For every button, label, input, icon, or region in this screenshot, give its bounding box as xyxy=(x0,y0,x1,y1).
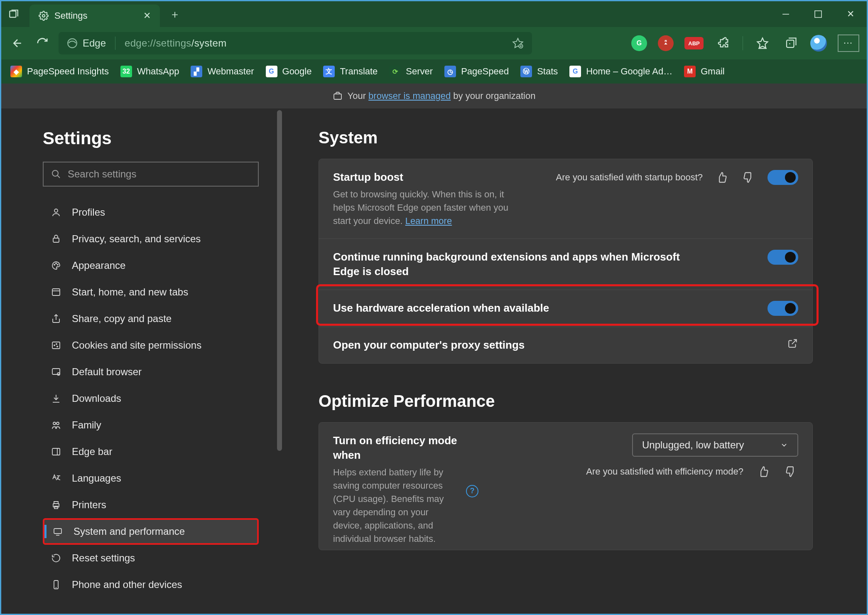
close-window-button[interactable]: ✕ xyxy=(834,1,867,27)
sidebar-heading: Settings xyxy=(43,128,264,148)
browser-tab-settings[interactable]: Settings ✕ xyxy=(29,5,160,27)
thumbs-up-button[interactable] xyxy=(714,170,729,185)
extension-area: G ABP ··· xyxy=(631,34,859,52)
tab-label: Settings xyxy=(54,10,88,21)
performance-card: Turn on efficiency mode when Helps exten… xyxy=(319,422,813,550)
extension-grammarly-icon[interactable]: G xyxy=(631,35,647,51)
extension-ublock-icon[interactable] xyxy=(658,35,674,51)
sidebar-scrollbar[interactable] xyxy=(277,108,282,615)
svg-rect-15 xyxy=(52,289,60,295)
setting-title: Open your computer's proxy settings xyxy=(333,338,699,352)
svg-point-13 xyxy=(56,263,56,264)
system-icon xyxy=(52,526,64,536)
bookmark-webmaster[interactable]: ▞Webmaster xyxy=(191,66,254,77)
setting-efficiency-mode: Turn on efficiency mode when Helps exten… xyxy=(319,423,812,550)
minimize-button[interactable]: ─ xyxy=(770,1,802,27)
sidebar-item-edge-bar[interactable]: Edge bar xyxy=(43,438,259,465)
bookmark-icon: ◷ xyxy=(444,66,456,77)
toolbar: Edge edge://settings/system G ABP ··· xyxy=(1,27,867,59)
efficiency-mode-dropdown[interactable]: Unplugged, low battery xyxy=(632,433,798,457)
svg-point-10 xyxy=(54,209,58,212)
search-settings-input[interactable]: Search settings xyxy=(43,162,259,187)
bookmarks-bar: ◆PageSpeed Insights 32WhatsApp ▞Webmaste… xyxy=(1,59,867,84)
section-heading-system: System xyxy=(319,128,829,147)
setting-proxy[interactable]: Open your computer's proxy settings xyxy=(319,327,812,363)
separator xyxy=(115,37,115,50)
bookmark-icon: 文 xyxy=(323,66,335,77)
sidebar-item-downloads[interactable]: Downloads xyxy=(43,385,259,412)
section-heading-performance: Optimize Performance xyxy=(319,392,829,411)
sidebar-item-start[interactable]: Start, home, and new tabs xyxy=(43,279,259,305)
printer-icon xyxy=(50,500,62,510)
managed-link[interactable]: browser is managed xyxy=(368,91,451,101)
collections-button[interactable] xyxy=(782,34,799,52)
setting-title: Use hardware acceleration when available xyxy=(333,301,699,315)
sidebar-item-languages[interactable]: Languages xyxy=(43,465,259,492)
bookmark-icon: ◆ xyxy=(10,66,22,77)
bookmark-gmail[interactable]: MGmail xyxy=(684,66,724,77)
bookmark-icon: G xyxy=(266,66,277,77)
svg-point-17 xyxy=(54,345,55,346)
thumbs-up-button[interactable] xyxy=(756,464,771,479)
svg-rect-24 xyxy=(52,448,60,455)
favorite-icon[interactable] xyxy=(512,37,524,49)
setting-startup-boost: Startup boost Get to browsing quickly. W… xyxy=(319,159,812,239)
sidebar-item-reset[interactable]: Reset settings xyxy=(43,545,259,571)
person-icon xyxy=(50,207,62,217)
phone-icon xyxy=(50,580,62,590)
window-titlebar: Settings ✕ ＋ ─ ✕ xyxy=(1,1,867,27)
background-apps-toggle[interactable] xyxy=(767,250,798,265)
help-icon[interactable]: ? xyxy=(466,485,478,497)
back-button[interactable] xyxy=(9,34,26,52)
tab-close-icon[interactable]: ✕ xyxy=(143,10,151,21)
bookmark-server[interactable]: ⟳Server xyxy=(389,66,433,77)
download-icon xyxy=(50,394,62,403)
thumbs-down-button[interactable] xyxy=(741,170,756,185)
sidebar-item-system[interactable]: System and performance xyxy=(43,518,259,545)
extension-abp-icon[interactable]: ABP xyxy=(684,37,704,49)
sidebar-item-family[interactable]: Family xyxy=(43,412,259,438)
more-menu-button[interactable]: ··· xyxy=(838,34,859,52)
palette-icon xyxy=(50,261,62,271)
profile-avatar[interactable] xyxy=(810,35,827,52)
bookmark-whatsapp[interactable]: 32WhatsApp xyxy=(120,66,179,77)
learn-more-link[interactable]: Learn more xyxy=(405,216,452,226)
feedback-question: Are you satisfied with startup boost? xyxy=(556,172,703,183)
startup-boost-toggle[interactable] xyxy=(767,170,798,185)
maximize-button[interactable] xyxy=(802,1,834,27)
hardware-acceleration-toggle[interactable] xyxy=(767,301,798,316)
sidebar-item-printers[interactable]: Printers xyxy=(43,492,259,518)
refresh-button[interactable] xyxy=(34,34,51,52)
bookmark-pagespeed-insights[interactable]: ◆PageSpeed Insights xyxy=(10,66,109,77)
bookmark-home-google-ad[interactable]: GHome – Google Ad… xyxy=(569,66,672,77)
settings-main: Settings Search settings Profiles Privac… xyxy=(1,108,867,615)
favorites-button[interactable] xyxy=(754,34,771,52)
svg-rect-11 xyxy=(53,238,59,242)
setting-hardware-acceleration: Use hardware acceleration when available xyxy=(319,290,812,327)
bookmark-pagespeed[interactable]: ◷PageSpeed xyxy=(444,66,509,77)
svg-point-18 xyxy=(56,344,57,344)
sidebar-item-privacy[interactable]: Privacy, search, and services xyxy=(43,226,259,252)
sidebar-item-appearance[interactable]: Appearance xyxy=(43,252,259,279)
sidebar-item-cookies[interactable]: Cookies and site permissions xyxy=(43,332,259,359)
lock-icon xyxy=(50,234,62,244)
site-identity: Edge xyxy=(67,37,106,49)
thumbs-down-button[interactable] xyxy=(783,464,798,479)
new-tab-button[interactable]: ＋ xyxy=(165,4,185,24)
settings-sidebar: Settings Search settings Profiles Privac… xyxy=(1,108,282,615)
sidebar-item-default-browser[interactable]: Default browser xyxy=(43,359,259,385)
setting-background-apps: Continue running background extensions a… xyxy=(319,239,812,290)
bookmark-stats[interactable]: ⓌStats xyxy=(520,66,558,77)
window-controls: ─ ✕ xyxy=(770,1,867,27)
address-bar[interactable]: Edge edge://settings/system xyxy=(59,32,532,54)
tab-actions-icon[interactable] xyxy=(1,1,26,27)
sidebar-icon xyxy=(50,447,62,457)
svg-point-22 xyxy=(53,422,56,425)
bookmark-translate[interactable]: 文Translate xyxy=(323,66,378,77)
sidebar-item-phone[interactable]: Phone and other devices xyxy=(43,571,259,598)
bookmark-google[interactable]: GGoogle xyxy=(266,66,312,77)
sidebar-item-share[interactable]: Share, copy and paste xyxy=(43,305,259,332)
bookmark-icon: M xyxy=(684,66,696,77)
sidebar-item-profiles[interactable]: Profiles xyxy=(43,199,259,226)
extensions-button[interactable] xyxy=(714,34,732,52)
